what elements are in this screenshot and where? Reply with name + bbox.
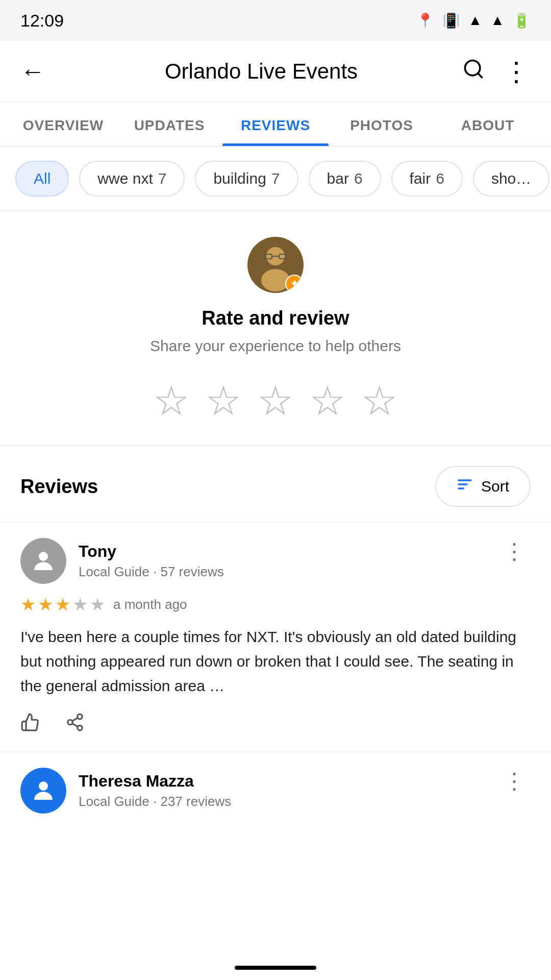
review-text-tony: I've been here a couple times for NXT. I… bbox=[20, 625, 531, 698]
search-button[interactable] bbox=[462, 58, 485, 85]
reviewer-name-tony: Tony bbox=[79, 542, 224, 561]
reviewer-avatar-theresa bbox=[20, 768, 66, 814]
reviewer-meta-tony: Local Guide · 57 reviews bbox=[79, 564, 224, 580]
tony-star-2: ★ bbox=[38, 594, 53, 615]
tab-updates[interactable]: UPDATES bbox=[116, 102, 222, 146]
star-2[interactable]: ☆ bbox=[205, 377, 242, 425]
status-icons: 📍 📳 ▲ ▲ 🔋 bbox=[416, 12, 531, 29]
review-stars-tony: ★ ★ ★ ★ ★ bbox=[20, 594, 105, 615]
star-3[interactable]: ☆ bbox=[257, 377, 294, 425]
review-header-theresa: Theresa Mazza Local Guide · 237 reviews … bbox=[20, 768, 531, 814]
review-more-theresa[interactable]: ⋮ bbox=[498, 768, 531, 794]
tony-star-4: ★ bbox=[72, 594, 88, 615]
reviewer-info-theresa: Theresa Mazza Local Guide · 237 reviews bbox=[20, 768, 231, 814]
signal-icon: ▲ bbox=[490, 12, 505, 29]
review-actions-tony bbox=[20, 713, 531, 737]
vibrate-icon: 📳 bbox=[442, 12, 460, 29]
like-button-tony[interactable] bbox=[20, 713, 40, 737]
user-avatar: ✦ bbox=[247, 237, 304, 293]
chip-show[interactable]: sho… bbox=[473, 161, 549, 197]
reviewer-info-tony: Tony Local Guide · 57 reviews bbox=[20, 538, 224, 584]
tabs-bar: OVERVIEW UPDATES REVIEWS PHOTOS ABOUT bbox=[0, 102, 551, 146]
svg-point-17 bbox=[39, 781, 48, 791]
svg-line-1 bbox=[478, 73, 482, 77]
filter-chips: All wwe nxt 7 building 7 bar 6 fair 6 sh… bbox=[0, 146, 551, 211]
svg-line-16 bbox=[72, 718, 78, 721]
review-card-tony: Tony Local Guide · 57 reviews ⋮ ★ ★ ★ ★ … bbox=[0, 522, 551, 752]
rating-stars[interactable]: ☆ ☆ ☆ ☆ ☆ bbox=[153, 377, 398, 425]
sort-button[interactable]: Sort bbox=[435, 466, 531, 507]
svg-line-15 bbox=[72, 723, 78, 726]
location-icon: 📍 bbox=[416, 12, 434, 29]
review-card-theresa: Theresa Mazza Local Guide · 237 reviews … bbox=[0, 752, 551, 839]
reviewer-meta-theresa: Local Guide · 237 reviews bbox=[79, 794, 231, 810]
status-bar: 12:09 📍 📳 ▲ ▲ 🔋 bbox=[0, 0, 551, 41]
tab-overview[interactable]: OVERVIEW bbox=[10, 102, 116, 146]
app-bar-actions: ⋮ bbox=[462, 58, 531, 85]
sort-label: Sort bbox=[481, 478, 509, 495]
chip-fair[interactable]: fair 6 bbox=[391, 161, 463, 197]
reviewer-name-theresa: Theresa Mazza bbox=[79, 772, 231, 791]
star-1[interactable]: ☆ bbox=[153, 377, 190, 425]
reviewer-details-tony: Tony Local Guide · 57 reviews bbox=[79, 542, 224, 580]
rate-review-section: ✦ Rate and review Share your experience … bbox=[0, 211, 551, 445]
reviewer-avatar-tony bbox=[20, 538, 66, 584]
battery-icon: 🔋 bbox=[513, 12, 531, 29]
tab-about[interactable]: ABOUT bbox=[435, 102, 541, 146]
review-time-tony: a month ago bbox=[113, 597, 187, 612]
page-title: Orlando Live Events bbox=[60, 59, 462, 84]
rate-subtitle: Share your experience to help others bbox=[150, 337, 401, 355]
review-header-tony: Tony Local Guide · 57 reviews ⋮ bbox=[20, 538, 531, 584]
reviews-section-title: Reviews bbox=[20, 476, 98, 498]
review-rating-tony: ★ ★ ★ ★ ★ a month ago bbox=[20, 594, 531, 615]
more-options-button[interactable]: ⋮ bbox=[503, 58, 531, 85]
tab-reviews[interactable]: REVIEWS bbox=[222, 102, 329, 146]
local-guide-badge: ✦ bbox=[285, 275, 304, 293]
tab-photos[interactable]: PHOTOS bbox=[329, 102, 435, 146]
star-4[interactable]: ☆ bbox=[309, 377, 346, 425]
share-button-tony[interactable] bbox=[65, 713, 85, 737]
reviews-header: Reviews Sort bbox=[0, 446, 551, 522]
share-icon bbox=[65, 713, 85, 737]
status-time: 12:09 bbox=[20, 11, 64, 31]
app-bar: ← Orlando Live Events ⋮ bbox=[0, 41, 551, 102]
sort-icon bbox=[457, 476, 473, 497]
star-5[interactable]: ☆ bbox=[361, 377, 398, 425]
chip-all[interactable]: All bbox=[15, 161, 69, 197]
review-more-tony[interactable]: ⋮ bbox=[498, 538, 531, 564]
home-indicator bbox=[235, 966, 316, 970]
chip-wwe-nxt[interactable]: wwe nxt 7 bbox=[79, 161, 185, 197]
tony-star-1: ★ bbox=[20, 594, 36, 615]
chip-bar[interactable]: bar 6 bbox=[309, 161, 381, 197]
reviewer-details-theresa: Theresa Mazza Local Guide · 237 reviews bbox=[79, 772, 231, 810]
svg-point-11 bbox=[39, 552, 48, 561]
thumbsup-icon bbox=[20, 713, 40, 737]
tony-star-3: ★ bbox=[55, 594, 70, 615]
chip-building[interactable]: building 7 bbox=[195, 161, 298, 197]
rate-title: Rate and review bbox=[202, 307, 349, 329]
wifi-icon: ▲ bbox=[468, 12, 483, 29]
back-button[interactable]: ← bbox=[20, 57, 45, 85]
tony-star-5: ★ bbox=[90, 594, 105, 615]
